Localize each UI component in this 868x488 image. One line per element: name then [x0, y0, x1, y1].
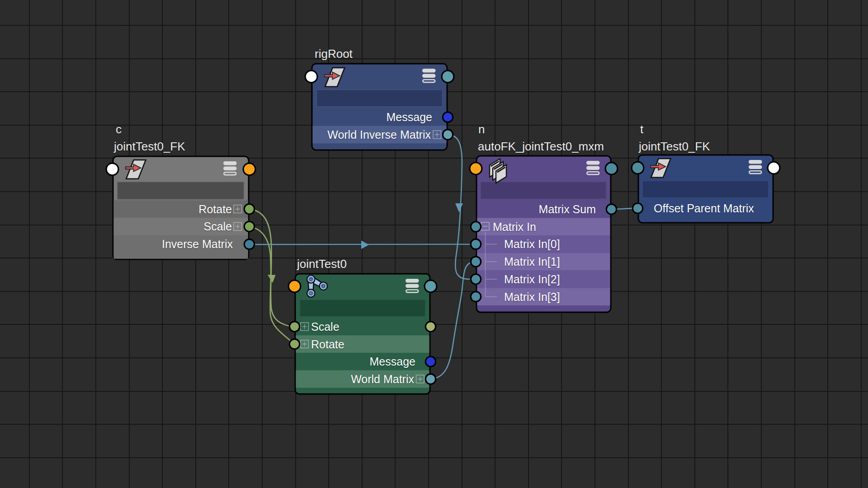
svg-text:t: t [640, 122, 644, 136]
svg-text:Matrix In[3]: Matrix In[3] [504, 291, 560, 303]
svg-text:Matrix In[0]: Matrix In[0] [504, 238, 560, 250]
svg-text:World Matrix: World Matrix [351, 373, 414, 385]
svg-text:autoFK_jointTest0_mxm: autoFK_jointTest0_mxm [478, 140, 604, 153]
svg-text:Matrix Sum: Matrix Sum [539, 203, 596, 216]
svg-text:Scale: Scale [311, 320, 340, 333]
svg-text:Scale: Scale [203, 220, 232, 233]
svg-text:Inverse Matrix: Inverse Matrix [162, 238, 233, 250]
svg-text:jointTest0_FK: jointTest0_FK [113, 140, 185, 153]
svg-text:Matrix In[2]: Matrix In[2] [504, 273, 560, 286]
svg-text:Rotate: Rotate [311, 338, 344, 351]
svg-text:jointTest0_FK: jointTest0_FK [638, 140, 710, 153]
svg-text:Matrix In[1]: Matrix In[1] [504, 255, 560, 268]
svg-text:Offset Parent Matrix: Offset Parent Matrix [654, 202, 754, 215]
svg-text:Message: Message [370, 355, 415, 368]
svg-text:n: n [478, 122, 485, 136]
svg-text:Rotate: Rotate [198, 203, 232, 216]
svg-text:rigRoot: rigRoot [315, 47, 353, 61]
svg-text:World Inverse Matrix: World Inverse Matrix [327, 128, 431, 141]
svg-text:Message: Message [387, 111, 432, 123]
svg-text:c: c [116, 122, 122, 136]
svg-text:jointTest0: jointTest0 [297, 257, 347, 271]
svg-text:Matrix In: Matrix In [493, 221, 536, 233]
